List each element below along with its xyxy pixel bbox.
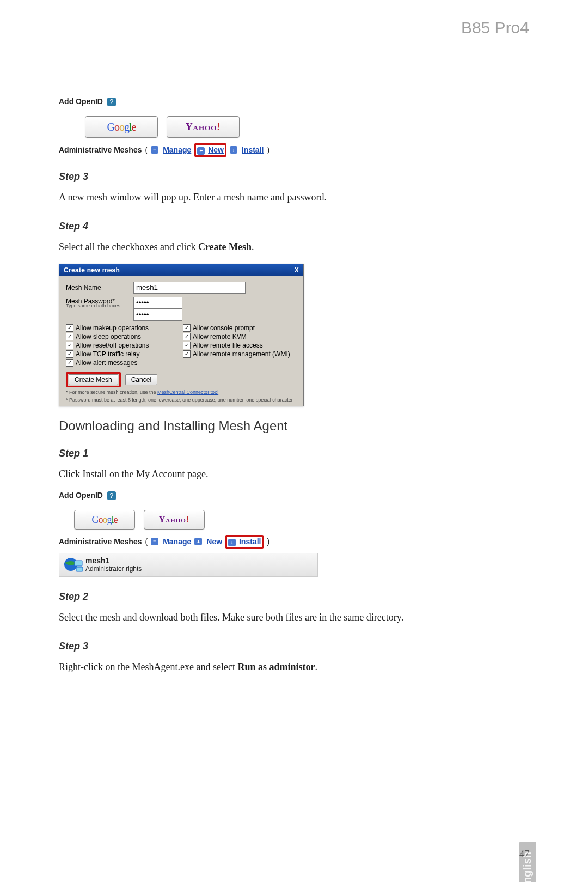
- chk-1: Allow console prompt: [193, 324, 255, 332]
- s2-step3-text: Right-click on the MeshAgent.exe and sel…: [59, 658, 529, 676]
- help-icon[interactable]: ?: [107, 98, 116, 106]
- chk-8: Allow alert messages: [76, 359, 137, 367]
- provider-row: Google Yahoo!: [85, 116, 529, 138]
- manage-link[interactable]: Manage: [163, 145, 191, 154]
- check-icon[interactable]: ✓: [183, 333, 191, 340]
- section-heading: Downloading and Installing Mesh Agent: [59, 418, 529, 434]
- plus-icon: +: [194, 538, 202, 545]
- close-paren: ): [267, 145, 270, 154]
- google-logo: Google: [107, 121, 136, 133]
- add-openid-label-2: Add OpenID: [59, 491, 103, 500]
- close-icon[interactable]: X: [295, 266, 299, 274]
- new-link[interactable]: New: [206, 537, 222, 546]
- add-openid-label: Add OpenID: [59, 97, 103, 106]
- create-mesh-button[interactable]: Create Mesh: [69, 374, 118, 385]
- dialog-buttons: Create Mesh Cancel: [66, 372, 297, 387]
- check-icon[interactable]: ✓: [183, 342, 191, 349]
- mesh-item-subtitle: Administrator rights: [85, 565, 142, 573]
- svg-rect-1: [75, 561, 82, 566]
- check-icon[interactable]: ✓: [66, 333, 74, 340]
- s2-step1-text: Click Install on the My Account page.: [59, 465, 529, 483]
- chk-4: Allow reset/off operations: [76, 342, 149, 349]
- globe-icon: [62, 555, 85, 574]
- mesh-name-label: Mesh Name: [66, 284, 133, 291]
- cancel-button[interactable]: Cancel: [125, 374, 157, 385]
- google-button[interactable]: Google: [74, 510, 135, 530]
- dialog-fineprint-2: * Password must be at least 8 length, on…: [66, 397, 297, 403]
- manage-link[interactable]: Manage: [163, 537, 191, 546]
- check-icon[interactable]: ✓: [66, 324, 74, 332]
- admin-meshes-label-2: Administrative Meshes: [59, 537, 142, 546]
- yahoo-logo: Yahoo!: [186, 121, 221, 133]
- checkbox-grid: ✓Allow makeup operations ✓Allow console …: [66, 324, 297, 367]
- s2-step2-label: Step 2: [59, 591, 529, 603]
- connector-tool-link[interactable]: MeshCentral Connector tool: [157, 390, 218, 395]
- dialog-fineprint-1: * For more secure mesh creation, use the…: [66, 390, 297, 395]
- yahoo-logo: Yahoo!: [159, 515, 190, 525]
- step4-text-after: .: [252, 241, 254, 252]
- highlight-create-button: Create Mesh: [66, 372, 121, 387]
- admin-meshes-label: Administrative Meshes: [59, 145, 142, 154]
- manage-icon: ≡: [151, 538, 158, 545]
- chk-5: Allow remote file access: [193, 342, 263, 349]
- download-icon: ↓: [228, 539, 236, 546]
- chk-6: Allow TCP traffic relay: [76, 350, 139, 358]
- language-tab: English: [519, 842, 536, 882]
- create-mesh-dialog: Create new mesh X Mesh Name Mesh Passwor…: [59, 264, 304, 406]
- download-icon: ↓: [230, 146, 237, 154]
- figure-addopenid-2: Add OpenID ? Google Yahoo! Administrativ…: [59, 491, 529, 577]
- step4-text: Select all the checkboxes and click Crea…: [59, 238, 529, 256]
- s2-step3-label: Step 3: [59, 641, 529, 652]
- dialog-title: Create new mesh: [64, 266, 120, 274]
- check-icon[interactable]: ✓: [183, 350, 191, 358]
- mesh-password-input-1[interactable]: [133, 297, 182, 309]
- step4-label: Step 4: [59, 221, 529, 232]
- check-icon[interactable]: ✓: [66, 359, 74, 367]
- check-icon[interactable]: ✓: [183, 324, 191, 332]
- dialog-titlebar: Create new mesh X: [59, 264, 303, 276]
- dialog-body: Mesh Name Mesh Password* Type same in bo…: [59, 276, 303, 406]
- mesh-list-item[interactable]: mesh1 Administrator rights: [59, 553, 318, 577]
- s2-step2-text: Select the mesh and download both files.…: [59, 608, 529, 626]
- step3-label: Step 3: [59, 171, 529, 183]
- run-as-admin-bold: Run as administor: [237, 661, 315, 672]
- product-title: B85 Pro4: [461, 19, 529, 37]
- google-button[interactable]: Google: [85, 116, 158, 138]
- document-page: B85 Pro4 Add OpenID ? Google Yahoo! Admi…: [0, 0, 588, 882]
- google-logo: Google: [91, 514, 117, 526]
- manage-icon: ≡: [151, 146, 158, 154]
- admin-meshes-line: Administrative Meshes ( ≡ Manage + New ↓…: [59, 143, 529, 157]
- chk-0: Allow makeup operations: [76, 324, 149, 332]
- page-content: Add OpenID ? Google Yahoo! Administrativ…: [59, 96, 529, 676]
- mesh-item-title: mesh1: [85, 556, 142, 565]
- admin-meshes-line-2: Administrative Meshes ( ≡ Manage + New ↓…: [59, 535, 529, 549]
- yahoo-button[interactable]: Yahoo!: [144, 510, 205, 530]
- step4-text-before: Select all the checkboxes and click: [59, 241, 198, 252]
- new-link[interactable]: New: [208, 145, 224, 154]
- page-number: 47: [519, 849, 529, 860]
- highlight-install: ↓ Install: [225, 535, 264, 549]
- install-link[interactable]: Install: [242, 145, 264, 154]
- plus-icon: +: [197, 147, 205, 155]
- mesh-password-hint: Type same in both boxes: [66, 303, 133, 308]
- step4-bold: Create Mesh: [198, 241, 252, 252]
- svg-rect-2: [76, 567, 83, 571]
- chk-2: Allow sleep operations: [76, 333, 141, 340]
- open-paren: (: [145, 145, 148, 154]
- step3-text: A new mesh window will pop up. Enter a m…: [59, 188, 529, 206]
- check-icon[interactable]: ✓: [66, 342, 74, 349]
- chk-7: Allow remote management (WMI): [193, 350, 290, 358]
- install-link[interactable]: Install: [239, 537, 261, 546]
- top-rule: [59, 44, 529, 44]
- yahoo-button[interactable]: Yahoo!: [167, 116, 240, 138]
- chk-3: Allow remote KVM: [193, 333, 247, 340]
- s2-step1-label: Step 1: [59, 448, 529, 459]
- highlight-new: + New: [194, 143, 226, 157]
- figure-addopenid-1: Add OpenID ? Google Yahoo! Administrativ…: [59, 96, 529, 157]
- help-icon[interactable]: ?: [107, 491, 116, 500]
- mesh-password-input-2[interactable]: [133, 309, 182, 321]
- check-icon[interactable]: ✓: [66, 350, 74, 358]
- mesh-name-input[interactable]: [133, 282, 246, 294]
